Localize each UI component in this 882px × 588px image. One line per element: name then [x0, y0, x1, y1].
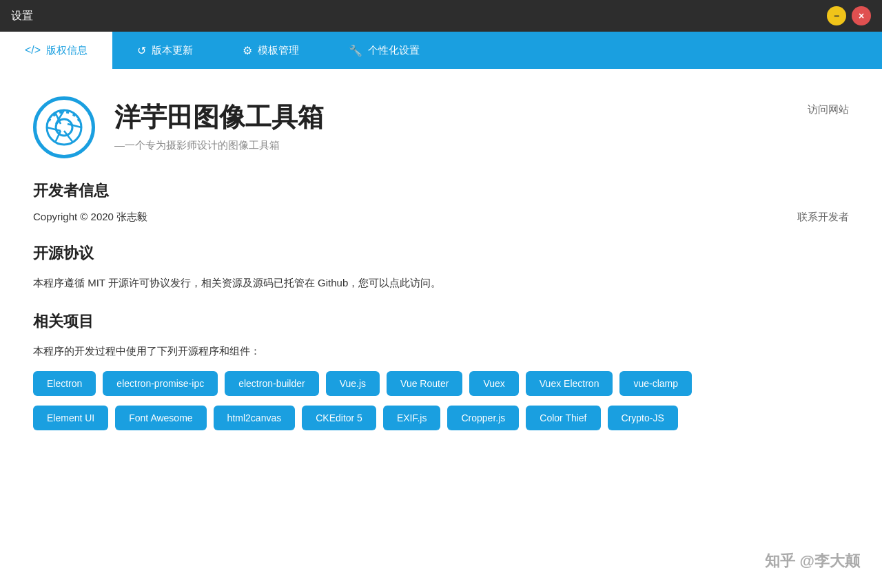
tag-vuex-electron[interactable]: Vuex Electron — [526, 371, 613, 396]
developer-section-title: 开发者信息 — [33, 180, 849, 201]
tag-vuejs[interactable]: Vue.js — [326, 371, 380, 396]
related-description: 本程序的开发过程中使用了下列开源程序和组件： — [33, 342, 849, 360]
minimize-button[interactable]: − — [827, 6, 846, 25]
close-button[interactable]: × — [852, 6, 871, 25]
license-section-title: 开源协议 — [33, 243, 849, 264]
svg-point-0 — [47, 110, 81, 145]
related-section-title: 相关项目 — [33, 311, 849, 332]
license-content: 本程序遵循 MIT 开源许可协议发行，相关资源及源码已托管在 Github，您可… — [33, 273, 849, 292]
tab-update-label: 版本更新 — [152, 44, 193, 57]
contact-developer-link[interactable]: 联系开发者 — [797, 211, 849, 224]
update-icon: ↺ — [137, 44, 146, 57]
tag-electron[interactable]: Electron — [33, 371, 96, 396]
copyright-row: Copyright © 2020 张志毅 联系开发者 — [33, 211, 849, 224]
tag-vue-clamp[interactable]: vue-clamp — [619, 371, 692, 396]
copyright-text: Copyright © 2020 张志毅 — [33, 211, 147, 224]
tag-element-ui[interactable]: Element UI — [33, 406, 108, 430]
personalize-icon: 🔧 — [349, 44, 362, 57]
tab-personalize[interactable]: 🔧 个性化设置 — [324, 32, 444, 69]
tag-color-thief[interactable]: Color Thief — [526, 406, 600, 430]
tags-row-2: Element UI Font Awesome html2canvas CKEd… — [33, 406, 849, 430]
titlebar: 设置 − × — [0, 0, 882, 32]
tag-html2canvas[interactable]: html2canvas — [214, 406, 296, 430]
camera-aperture-icon — [45, 109, 83, 146]
tags-row-1: Electron electron-promise-ipc electron-b… — [33, 371, 849, 396]
tab-update[interactable]: ↺ 版本更新 — [112, 32, 218, 69]
tag-vuex[interactable]: Vuex — [469, 371, 518, 396]
visit-website-link[interactable]: 访问网站 — [808, 103, 849, 116]
svg-line-3 — [68, 124, 81, 127]
tag-font-awesome[interactable]: Font Awesome — [115, 406, 206, 430]
window-controls: − × — [827, 6, 871, 25]
tabbar: </> 版权信息 ↺ 版本更新 ⚙ 模板管理 🔧 个性化设置 — [0, 32, 882, 69]
tag-electron-builder[interactable]: electron-builder — [225, 371, 319, 396]
tag-ckeditor5[interactable]: CKEditor 5 — [302, 406, 376, 430]
tab-copyright-label: 版权信息 — [46, 44, 88, 57]
tag-exifjs[interactable]: EXIF.js — [383, 406, 441, 430]
window: 设置 − × </> 版权信息 ↺ 版本更新 ⚙ 模板管理 🔧 个性化设置 — [0, 0, 882, 588]
svg-line-6 — [47, 127, 61, 131]
tab-personalize-label: 个性化设置 — [368, 44, 420, 57]
tab-template-label: 模板管理 — [258, 44, 299, 57]
svg-point-1 — [56, 119, 72, 136]
app-title: 洋芋田图像工具箱 — [114, 102, 324, 134]
tag-crypto-js[interactable]: Crypto-JS — [608, 406, 678, 430]
tab-template[interactable]: ⚙ 模板管理 — [218, 32, 324, 69]
window-title: 设置 — [11, 9, 33, 23]
tag-electron-promise-ipc[interactable]: electron-promise-ipc — [103, 371, 218, 396]
tag-cropperjs[interactable]: Cropper.js — [447, 406, 519, 430]
template-icon: ⚙ — [243, 44, 252, 57]
main-content: 洋芋田图像工具箱 —一个专为摄影师设计的图像工具箱 访问网站 开发者信息 Cop… — [0, 69, 882, 588]
tag-vue-router[interactable]: Vue Router — [387, 371, 462, 396]
app-header: 洋芋田图像工具箱 —一个专为摄影师设计的图像工具箱 访问网站 — [33, 96, 849, 158]
tab-copyright[interactable]: </> 版权信息 — [0, 32, 112, 69]
watermark: 知乎 @李大颠 — [765, 551, 860, 571]
copyright-icon: </> — [25, 44, 41, 56]
app-logo — [33, 96, 95, 158]
app-logo-inner — [33, 96, 95, 158]
app-title-section: 洋芋田图像工具箱 —一个专为摄影师设计的图像工具箱 — [114, 96, 324, 152]
app-subtitle: —一个专为摄影师设计的图像工具箱 — [114, 139, 324, 152]
